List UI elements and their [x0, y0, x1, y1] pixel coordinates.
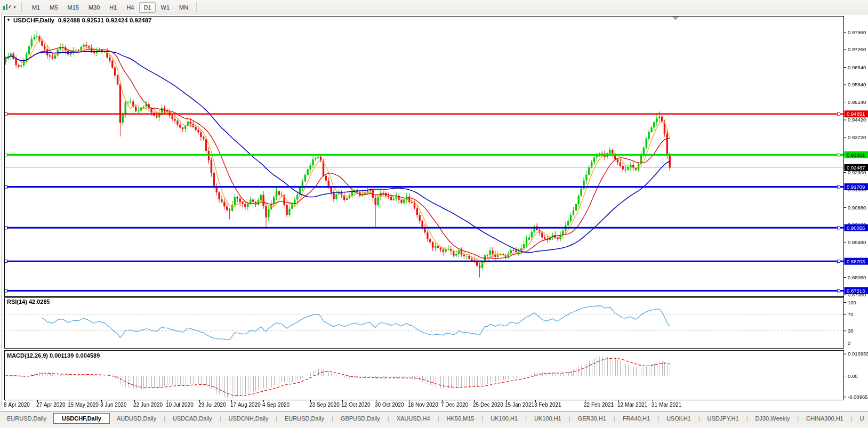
tab-eurusd-daily[interactable]: EURUSD,Daily [278, 413, 331, 424]
timeframe-button-m5[interactable]: M5 [45, 2, 62, 13]
top-toolbar: ▼ M1M5M15M30H1H4D1W1MN [0, 0, 868, 14]
timeframe-button-h4[interactable]: H4 [122, 2, 138, 13]
timeframe-button-w1[interactable]: W1 [157, 2, 174, 13]
chart-ohlc-values: 0.92488 0.92531 0.92424 0.92487 [58, 17, 152, 23]
tab-usoil-h1[interactable]: USOil,H1 [660, 413, 698, 424]
macd-indicator-label: MACD(12,26,9) 0.001139 0.004589 [7, 352, 100, 359]
tab-fra40-h1[interactable]: FRA40,H1 [616, 413, 657, 424]
tab-eurusd-daily[interactable]: EURUSD,Daily [0, 413, 53, 424]
tab-usdcad-daily[interactable]: USDCAD,Daily [166, 413, 219, 424]
tab-audusd-daily[interactable]: AUDUSD,Daily [110, 413, 163, 424]
timeframe-buttons: M1M5M15M30H1H4D1W1MN [27, 2, 193, 12]
chevron-down-icon[interactable]: ▼ [13, 5, 17, 9]
timeframe-button-m15[interactable]: M15 [63, 2, 83, 13]
tab-usdcnh-daily[interactable]: USDCNH,Daily [222, 413, 276, 424]
chart-title: ▼USDCHF,Daily 0.92488 0.92531 0.92424 0.… [6, 17, 152, 23]
toolbar-grip [21, 2, 24, 12]
tab-uk100-h1[interactable]: UK100,H1 [527, 413, 568, 424]
chart-symbol-label: USDCHF,Daily [13, 17, 54, 23]
timeframe-button-h1[interactable]: H1 [105, 2, 121, 13]
tab-dj30-weekly[interactable]: DJ30,Weekly [749, 413, 797, 424]
tab-usdchf-daily[interactable]: USDCHF,Daily [53, 413, 110, 424]
tab-ger30-h1[interactable]: GER30,H1 [571, 413, 613, 424]
timeframe-button-m30[interactable]: M30 [84, 2, 104, 13]
rsi-indicator-label: RSI(14) 42.0285 [7, 298, 50, 305]
tab-china300-h1[interactable]: CHINA300,H1 [799, 413, 850, 424]
chart-tabs: EURUSD,DailyUSDCHF,DailyAUDUSD,Daily|USD… [0, 413, 868, 424]
status-strip [0, 425, 868, 428]
toolbar-separator [196, 2, 197, 12]
chart-tab-bar: EURUSD,DailyUSDCHF,DailyAUDUSD,Daily|USD… [0, 411, 868, 425]
timeframe-button-mn[interactable]: MN [175, 2, 192, 13]
timeframe-button-m1[interactable]: M1 [28, 2, 44, 13]
tab-gbpusd-daily[interactable]: GBPUSD,Daily [334, 413, 387, 424]
tab-hk50-m15[interactable]: HK50,M15 [440, 413, 481, 424]
tab-uk100-h1[interactable]: UK100,H1 [484, 413, 525, 424]
timeframe-button-d1[interactable]: D1 [139, 2, 155, 13]
tab-xauusd-h4[interactable]: XAUUSD,H4 [390, 413, 437, 424]
tab-u[interactable]: U [853, 413, 868, 424]
charts-toolbar-icon[interactable] [2, 3, 12, 11]
tab-usdjpy-h1[interactable]: USDJPY,H1 [701, 413, 746, 424]
chart-canvas[interactable] [0, 0, 868, 428]
collapse-chart-icon[interactable]: ▼ [6, 18, 11, 22]
